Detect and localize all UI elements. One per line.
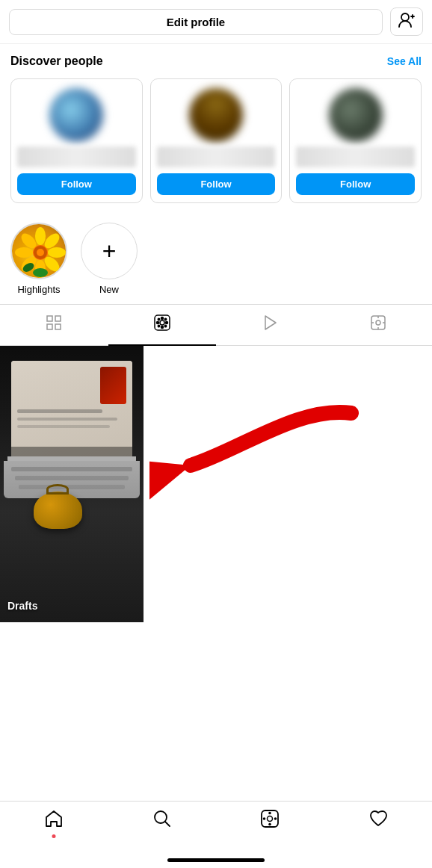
home-indicator — [167, 858, 265, 862]
svg-point-4 — [35, 227, 46, 245]
svg-point-43 — [268, 823, 271, 826]
svg-point-23 — [161, 326, 163, 329]
svg-rect-18 — [47, 324, 52, 329]
svg-point-26 — [158, 318, 159, 320]
highlights-label: Highlights — [17, 284, 60, 295]
svg-rect-17 — [55, 316, 61, 321]
home-icon — [44, 809, 64, 834]
nav-item-reels[interactable] — [216, 809, 324, 834]
drafts-background — [0, 346, 144, 622]
reels-nav-icon — [260, 809, 280, 834]
content-area: Drafts — [0, 346, 432, 622]
home-notification-dot — [52, 834, 56, 838]
drafts-label: Drafts — [7, 600, 37, 612]
avatar — [49, 88, 103, 142]
heart-icon — [368, 809, 388, 834]
stories-row: Highlights + New — [0, 211, 432, 304]
svg-point-24 — [156, 322, 158, 324]
svg-point-44 — [263, 817, 266, 820]
play-icon — [261, 314, 279, 336]
person-card: Follow — [10, 78, 143, 203]
svg-point-27 — [164, 318, 166, 320]
add-person-icon — [398, 13, 415, 31]
svg-point-42 — [268, 812, 271, 815]
avatar — [189, 88, 243, 142]
discover-section: Discover people See All Follow Follow Fo… — [0, 44, 432, 211]
nav-item-search[interactable] — [108, 809, 217, 834]
new-story-circle: + — [81, 223, 138, 279]
avatar — [329, 88, 383, 142]
svg-point-15 — [37, 249, 44, 256]
svg-point-21 — [160, 320, 164, 325]
tab-tagged[interactable] — [324, 305, 433, 345]
plus-icon: + — [102, 239, 117, 263]
svg-point-28 — [158, 325, 159, 326]
tagged-icon — [369, 314, 387, 336]
svg-point-41 — [268, 816, 273, 822]
new-story-label: New — [99, 284, 119, 295]
profile-header: Edit profile — [0, 0, 432, 44]
svg-rect-16 — [47, 316, 52, 321]
highlights-image — [12, 224, 66, 278]
svg-point-10 — [15, 247, 33, 258]
new-story[interactable]: + New — [81, 223, 138, 295]
nav-item-home[interactable] — [0, 809, 108, 834]
add-person-button[interactable] — [390, 7, 423, 36]
tab-grid[interactable] — [0, 305, 108, 345]
svg-point-32 — [376, 320, 380, 325]
discover-header: Discover people See All — [10, 55, 422, 68]
tab-play[interactable] — [216, 305, 324, 345]
svg-point-45 — [274, 817, 277, 820]
highlights-circle — [10, 223, 67, 279]
search-icon — [152, 809, 172, 834]
svg-point-29 — [164, 325, 166, 326]
see-all-link[interactable]: See All — [387, 55, 422, 67]
svg-point-12 — [33, 268, 48, 277]
people-cards: Follow Follow Follow — [10, 78, 422, 203]
person-card: Follow — [289, 78, 422, 203]
follow-button[interactable]: Follow — [157, 173, 276, 195]
edit-profile-button[interactable]: Edit profile — [9, 9, 383, 35]
grid-icon — [45, 314, 63, 336]
bottom-nav — [0, 801, 432, 868]
reels-icon — [153, 314, 171, 336]
svg-point-0 — [401, 13, 409, 21]
tab-reels[interactable] — [108, 305, 217, 345]
svg-point-25 — [165, 322, 167, 324]
discover-title: Discover people — [10, 55, 103, 68]
red-arrow-container — [149, 391, 359, 503]
red-arrow — [149, 391, 359, 503]
svg-point-6 — [48, 247, 66, 258]
follow-button[interactable]: Follow — [296, 173, 415, 195]
follow-button[interactable]: Follow — [17, 173, 136, 195]
drafts-thumbnail[interactable]: Drafts — [0, 346, 144, 622]
svg-marker-30 — [265, 316, 276, 329]
svg-rect-19 — [55, 324, 61, 329]
nav-item-activity[interactable] — [324, 809, 433, 834]
person-card: Follow — [150, 78, 283, 203]
svg-point-22 — [161, 317, 163, 320]
person-name — [296, 146, 415, 167]
highlights-story[interactable]: Highlights — [10, 223, 67, 295]
person-name — [17, 146, 136, 167]
content-tabs — [0, 304, 432, 346]
svg-line-39 — [165, 822, 170, 826]
person-name — [157, 146, 276, 167]
